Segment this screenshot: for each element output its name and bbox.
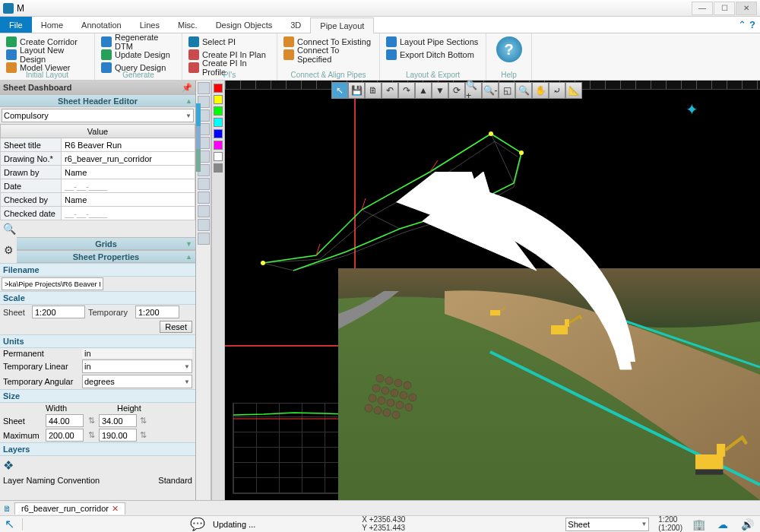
swatch-white[interactable] xyxy=(214,152,223,161)
close-button[interactable]: ✕ xyxy=(736,2,757,15)
vtool-10[interactable] xyxy=(198,205,210,217)
reset-button[interactable]: Reset xyxy=(160,321,192,333)
dock-title: Sheet Dashboard 📌 xyxy=(0,81,195,94)
document-tab-label: r6_beaver_run_corridor xyxy=(21,504,109,513)
vtool-12[interactable] xyxy=(198,233,210,245)
menu-annotation[interactable]: Annotation xyxy=(72,17,131,33)
units-perm-value: in xyxy=(82,349,192,358)
menu-misc[interactable]: Misc. xyxy=(169,17,207,33)
svg-point-21 xyxy=(378,397,385,404)
zoom-extents-icon[interactable]: ◱ xyxy=(499,82,515,99)
regenerate-dtm-button[interactable]: Regenerate DTM xyxy=(100,35,177,48)
size-sheet-h[interactable] xyxy=(99,414,137,427)
vtool-8[interactable] xyxy=(198,178,210,190)
viewport-area: ↖ 💾 🗎 ↶ ↷ ▲ ▼ ⟳ 🔍+ 🔍- ◱ 🔍 ✋ ⤾ 📐 xyxy=(196,81,760,500)
grids-heading[interactable]: Grids▼ xyxy=(17,237,195,250)
open-icon[interactable]: 🗎 xyxy=(365,82,382,99)
vtool-1[interactable] xyxy=(198,82,210,94)
up-icon[interactable]: ▲ xyxy=(415,82,432,99)
ribbon: Create Corridor Layout New Design Model … xyxy=(0,33,760,81)
down-icon[interactable]: ▼ xyxy=(432,82,448,99)
menu-lines[interactable]: Lines xyxy=(131,17,169,33)
scale-temp-input[interactable] xyxy=(135,306,179,318)
document-tab-close-icon[interactable]: ✕ xyxy=(112,504,119,514)
help-button[interactable]: ? xyxy=(496,36,522,62)
zoom-in-icon[interactable]: 🔍+ xyxy=(465,82,482,99)
size-max-h[interactable] xyxy=(99,429,137,442)
row-sheet-title-label: Sheet title xyxy=(1,138,62,152)
menu-home[interactable]: Home xyxy=(32,17,72,33)
row-checked-by-value[interactable]: Name xyxy=(62,193,195,207)
measure-icon[interactable]: 📐 xyxy=(565,82,582,99)
row-drawn-by-value[interactable]: Name xyxy=(62,166,195,179)
layers-icon[interactable]: ❖ xyxy=(3,458,14,473)
sheet-properties-heading[interactable]: Sheet Properties▲ xyxy=(17,250,195,263)
connect-specified-button[interactable]: Connect To Specified xyxy=(282,48,375,61)
minimize-button[interactable]: — xyxy=(692,2,713,15)
menu-pipe-layout[interactable]: Pipe Layout xyxy=(310,17,374,33)
compulsory-dropdown[interactable]: Compulsory▼ xyxy=(2,109,194,122)
zoom-out-icon[interactable]: 🔍- xyxy=(482,82,499,99)
maximize-button[interactable]: ☐ xyxy=(714,2,735,15)
menu-file[interactable]: File xyxy=(0,17,32,33)
help-icon[interactable]: ? xyxy=(749,19,755,30)
size-sheet-w[interactable] xyxy=(46,414,84,427)
filename-input[interactable] xyxy=(2,277,103,290)
units-heading: Units xyxy=(0,334,195,348)
sheet-selector[interactable]: Sheet▼ xyxy=(565,518,649,531)
drawing-canvas[interactable]: ↖ 💾 🗎 ↶ ↷ ▲ ▼ ⟳ 🔍+ 🔍- ◱ 🔍 ✋ ⤾ 📐 xyxy=(225,81,760,500)
vtool-11[interactable] xyxy=(198,219,210,231)
side-color-tabs[interactable] xyxy=(196,103,201,172)
swatch-yellow[interactable] xyxy=(214,95,223,104)
size-width-label: Width xyxy=(46,404,114,413)
ribbon-collapse-icon[interactable]: ⌃ xyxy=(738,19,746,30)
swatch-magenta[interactable] xyxy=(214,141,223,150)
select-pi-button[interactable]: Select PI xyxy=(187,35,272,48)
chat-icon[interactable]: 💬 xyxy=(190,517,205,531)
size-max-w[interactable] xyxy=(46,429,84,442)
sheet-header-editor-heading[interactable]: Sheet Header Editor▲ xyxy=(0,94,195,107)
swatch-red[interactable] xyxy=(214,84,223,93)
row-sheet-title-value[interactable]: R6 Beaver Run xyxy=(62,138,195,152)
svg-rect-31 xyxy=(695,454,723,470)
search-icon[interactable]: 🔍 xyxy=(3,223,16,235)
document-tab-strip: 🗎 r6_beaver_run_corridor ✕ xyxy=(0,500,760,515)
gear-icon[interactable]: ⚙ xyxy=(4,244,14,256)
redo-icon[interactable]: ↷ xyxy=(398,82,415,99)
scale-sheet-input[interactable] xyxy=(32,306,85,318)
pin-icon[interactable]: 📌 xyxy=(182,83,192,93)
row-drawing-no-value[interactable]: r6_beaver_run_corridor xyxy=(62,152,195,166)
export-ditch-bottom-button[interactable]: Export Ditch Bottom xyxy=(385,48,481,61)
size-heading: Size xyxy=(0,389,195,403)
status-cloud-icon[interactable]: ☁ xyxy=(714,517,731,532)
row-date-value[interactable]: __-__-____ xyxy=(62,179,195,193)
row-checked-date-value[interactable]: __-__-____ xyxy=(62,207,195,220)
layout-pipe-sections-button[interactable]: Layout Pipe Sections xyxy=(385,35,481,48)
svg-rect-33 xyxy=(695,470,723,475)
refresh-icon[interactable]: ⟳ xyxy=(448,82,465,99)
units-tang-dropdown[interactable]: degrees▼ xyxy=(82,375,192,388)
swatch-cyan[interactable] xyxy=(214,118,223,127)
select-tool-icon[interactable]: ↖ xyxy=(331,82,348,99)
menu-3d[interactable]: 3D xyxy=(281,17,310,33)
orbit-icon[interactable]: ⤾ xyxy=(549,82,565,99)
units-tlin-dropdown[interactable]: in▼ xyxy=(82,359,192,373)
zoom-window-icon[interactable]: 🔍 xyxy=(515,82,532,99)
layout-new-design-button[interactable]: Layout New Design xyxy=(5,48,90,61)
document-tab[interactable]: r6_beaver_run_corridor ✕ xyxy=(14,502,125,515)
undo-icon[interactable]: ↶ xyxy=(382,82,398,99)
update-design-button[interactable]: Update Design xyxy=(100,48,177,61)
save-icon[interactable]: 💾 xyxy=(348,82,365,99)
svg-point-28 xyxy=(392,411,400,419)
menu-design-objects[interactable]: Design Objects xyxy=(207,17,282,33)
swatch-blue[interactable] xyxy=(214,129,223,138)
swatch-gray[interactable] xyxy=(214,163,223,173)
canvas-toolbar: ↖ 💾 🗎 ↶ ↷ ▲ ▼ ⟳ 🔍+ 🔍- ◱ 🔍 ✋ ⤾ 📐 xyxy=(331,82,582,99)
vtool-9[interactable] xyxy=(198,192,210,204)
app-icon xyxy=(3,3,14,14)
status-sound-icon[interactable]: 🔊 xyxy=(739,517,755,532)
status-building-icon[interactable]: 🏢 xyxy=(690,517,707,532)
swatch-green[interactable] xyxy=(214,106,223,116)
pan-icon[interactable]: ✋ xyxy=(532,82,549,99)
scale-sheet-label: Sheet xyxy=(3,308,29,317)
